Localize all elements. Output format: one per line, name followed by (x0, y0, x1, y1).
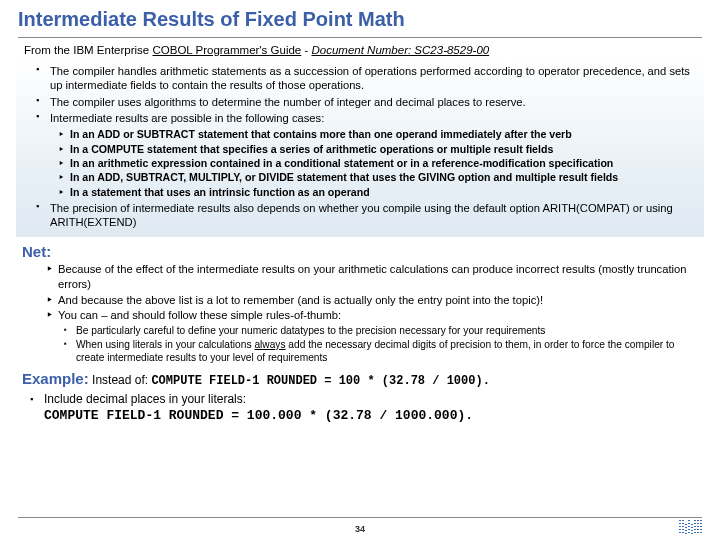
sub-bullet: In an arithmetic expression contained in… (24, 156, 696, 170)
source-line: From the IBM Enterprise COBOL Programmer… (24, 44, 702, 56)
net-sub-bullets: Be particularly careful to define your n… (18, 324, 702, 365)
code-inline: COMPUTE FIELD-1 ROUNDED = 100 * (32.78 /… (151, 374, 489, 388)
sub-bullet: In a statement that uses an intrinsic fu… (24, 185, 696, 199)
net-bullet: You can – and should follow these simple… (18, 308, 702, 323)
sub-bullet: In an ADD or SUBTRACT statement that con… (24, 127, 696, 141)
net-bullet: And because the above list is a lot to r… (18, 293, 702, 308)
example-line: Example: Instead of: COMPUTE FIELD-1 ROU… (22, 370, 702, 388)
sub-bullet: In an ADD, SUBTRACT, MULTIPLY, or DIVIDE… (24, 170, 696, 184)
underline-always: always (254, 339, 285, 350)
net-bullets: Because of the effect of the intermediat… (18, 262, 702, 322)
net-heading: Net: (22, 243, 702, 260)
footer-rule (18, 517, 702, 518)
title-rule (18, 37, 702, 38)
code-block: COMPUTE FIELD-1 ROUNDED = 100.000 * (32.… (44, 408, 702, 423)
net-sub-bullet: When using literals in your calculations… (18, 338, 702, 365)
bullet: Intermediate results are possible in the… (24, 111, 696, 125)
main-bullets: The compiler handles arithmetic statemen… (24, 64, 696, 125)
net-sub-bullet: Be particularly careful to define your n… (18, 324, 702, 337)
net-bullet: Because of the effect of the intermediat… (18, 262, 702, 291)
include-bullets: Include decimal places in your literals: (18, 392, 702, 406)
page-number: 34 (0, 524, 720, 534)
main-bullets-cont: The precision of intermediate results al… (24, 201, 696, 230)
bullet: The compiler uses algorithms to determin… (24, 95, 696, 109)
bullet: The compiler handles arithmetic statemen… (24, 64, 696, 93)
case-bullets: In an ADD or SUBTRACT statement that con… (24, 127, 696, 198)
sub-bullet: In a COMPUTE statement that specifies a … (24, 142, 696, 156)
bullet: The precision of intermediate results al… (24, 201, 696, 230)
slide-title: Intermediate Results of Fixed Point Math (18, 8, 702, 31)
include-bullet: Include decimal places in your literals: (18, 392, 702, 406)
ibm-logo (679, 520, 702, 534)
highlight-box: The compiler handles arithmetic statemen… (16, 60, 704, 237)
example-label: Example: (22, 370, 89, 387)
